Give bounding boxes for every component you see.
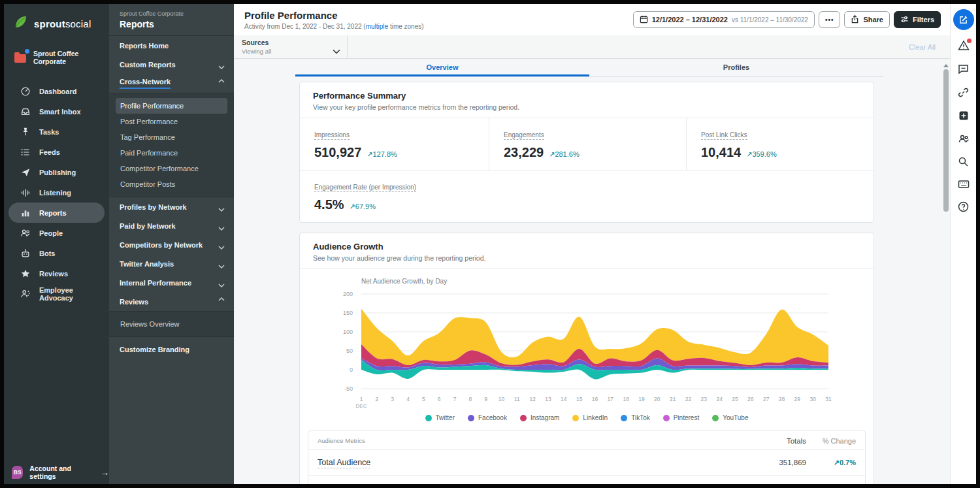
- chevron-down-icon: [218, 63, 225, 67]
- legend-label: Pinterest: [674, 414, 699, 421]
- workspace-folder-icon: [13, 52, 27, 63]
- nav-reports-home[interactable]: Reports Home: [109, 36, 234, 55]
- svg-text:19: 19: [638, 396, 645, 402]
- quick-add-button[interactable]: [958, 110, 969, 123]
- nav-competitor-posts[interactable]: Competitor Posts: [116, 176, 227, 192]
- nav-reviews-group[interactable]: Reviews: [109, 292, 234, 311]
- paper-plane-icon: [20, 167, 31, 178]
- report-content: Overview Profiles Performance Summary Vi…: [234, 59, 950, 484]
- legend-item-youtube[interactable]: YouTube: [712, 414, 748, 421]
- metric-value: 510,927: [314, 145, 361, 160]
- table-row-total-audience[interactable]: Total Audience 351,869 ↗0.7%: [308, 449, 865, 475]
- nav-customize-branding[interactable]: Customize Branding: [109, 340, 234, 359]
- feedback-button[interactable]: [958, 63, 969, 77]
- svg-text:13: 13: [545, 396, 551, 402]
- sidebar-item-bots[interactable]: Bots: [8, 243, 105, 263]
- legend-dot: [468, 415, 474, 421]
- content-scrollbar[interactable]: [943, 64, 949, 484]
- legend-dot: [663, 415, 670, 421]
- search-icon: [958, 156, 969, 170]
- sidebar-item-dashboard[interactable]: Dashboard: [8, 81, 105, 101]
- copy-link-button[interactable]: [958, 87, 969, 101]
- svg-text:7: 7: [453, 396, 457, 402]
- sprout-leaf-icon: [13, 14, 29, 33]
- metric-label[interactable]: Post Link Clicks: [701, 131, 747, 140]
- sidebar-item-publishing[interactable]: Publishing: [8, 162, 105, 182]
- legend-item-twitter[interactable]: Twitter: [425, 414, 455, 421]
- nav-competitor-performance[interactable]: Competitor Performance: [116, 161, 227, 176]
- sidebar-item-listening[interactable]: Listening: [8, 182, 105, 203]
- metric-post-link-clicks: Post Link Clicks 10,414↗359.6%: [687, 118, 874, 170]
- legend-item-tiktok[interactable]: TikTok: [621, 414, 650, 421]
- bar-chart-icon: [20, 208, 31, 218]
- compose-button[interactable]: [953, 9, 974, 30]
- nav-post-performance[interactable]: Post Performance: [116, 114, 227, 129]
- sidebar-item-reports[interactable]: Reports: [8, 203, 105, 223]
- performance-summary-subtitle: View your key profile performance metric…: [313, 103, 860, 111]
- svg-text:25: 25: [732, 396, 738, 402]
- filters-button[interactable]: Filters: [894, 11, 941, 28]
- date-range-button[interactable]: 12/1/2022 – 12/31/2022 vs 11/1/2022 – 11…: [633, 11, 815, 28]
- audience-growth-card: Audience Growth See how your audience gr…: [299, 233, 874, 484]
- legend-item-linkedin[interactable]: LinkedIn: [572, 414, 608, 421]
- table-row-total-net-audience-growth[interactable]: Total Net Audience Growth 2,394 ↗12.4%: [308, 475, 865, 484]
- invite-people-button[interactable]: [958, 133, 970, 146]
- nav-internal-performance[interactable]: Internal Performance: [109, 273, 234, 292]
- tab-profiles[interactable]: Profiles: [589, 59, 883, 76]
- multiple-timezones-link[interactable]: multiple: [366, 23, 388, 30]
- more-options-button[interactable]: •••: [819, 11, 841, 28]
- nav-paid-performance[interactable]: Paid Performance: [116, 145, 227, 161]
- metric-label[interactable]: Impressions: [314, 131, 350, 140]
- share-button[interactable]: Share: [844, 11, 890, 28]
- metric-label[interactable]: Engagements: [504, 131, 544, 140]
- chevron-down-icon: [218, 243, 225, 247]
- clear-all-link[interactable]: Clear All: [909, 43, 936, 51]
- svg-text:15: 15: [576, 396, 583, 402]
- keyboard-shortcuts-button[interactable]: [958, 180, 970, 191]
- tab-overview[interactable]: Overview: [295, 59, 589, 76]
- metric-value: 10,414: [701, 145, 741, 160]
- nav-reviews-overview[interactable]: Reviews Overview: [116, 316, 227, 332]
- metric-change: ↗281.6%: [549, 150, 580, 159]
- nav-profile-performance[interactable]: Profile Performance: [116, 98, 227, 114]
- chart-legend: TwitterFacebookInstagramLinkedInTikTokPi…: [300, 414, 874, 421]
- scrollbar-thumb[interactable]: [943, 69, 949, 212]
- help-button[interactable]: [958, 201, 969, 215]
- legend-item-pinterest[interactable]: Pinterest: [663, 414, 699, 421]
- workspace-notification-dot: [25, 49, 29, 54]
- calendar-icon: [640, 15, 648, 25]
- legend-item-instagram[interactable]: Instagram: [520, 414, 559, 421]
- sidebar-item-feeds[interactable]: Feeds: [8, 142, 105, 162]
- metric-label[interactable]: Engagement Rate (per Impression): [314, 184, 416, 192]
- sidebar-item-tasks[interactable]: Tasks: [8, 122, 105, 142]
- nav-profiles-by-network[interactable]: Profiles by Network: [109, 197, 234, 216]
- nav-custom-reports[interactable]: Custom Reports: [109, 55, 234, 74]
- summary-metrics-row2: Engagement Rate (per Impression) 4.5%↗67…: [300, 170, 874, 222]
- nav-cross-network[interactable]: Cross-Network: [109, 74, 234, 93]
- alerts-button[interactable]: [958, 40, 970, 54]
- robot-icon: [20, 248, 31, 259]
- svg-text:DEC: DEC: [356, 403, 367, 409]
- svg-text:0: 0: [350, 366, 353, 373]
- user-avatar: BS: [12, 466, 23, 479]
- sidebar-item-people[interactable]: People: [8, 223, 105, 243]
- legend-item-facebook[interactable]: Facebook: [468, 414, 507, 421]
- sources-dropdown[interactable]: Sources Viewing all: [234, 35, 348, 58]
- nav-tag-performance[interactable]: Tag Performance: [116, 129, 227, 145]
- account-and-settings[interactable]: BS Account and settings →: [12, 464, 109, 480]
- search-button[interactable]: [958, 156, 969, 170]
- nav-twitter-analysis[interactable]: Twitter Analysis: [109, 254, 234, 273]
- metric-engagements: Engagements 23,229↗281.6%: [489, 118, 687, 170]
- audience-growth-subtitle: See how your audience grew during the re…: [313, 254, 860, 262]
- audience-growth-title: Audience Growth: [313, 242, 860, 252]
- sidebar-item-reviews[interactable]: Reviews: [8, 263, 105, 284]
- nav-paid-by-network[interactable]: Paid by Network: [109, 216, 234, 235]
- sidebar-item-smart-inbox[interactable]: Smart Inbox: [8, 101, 105, 122]
- brand-logo[interactable]: sproutsocial: [4, 4, 109, 33]
- nav-competitors-by-network[interactable]: Competitors by Network: [109, 235, 234, 254]
- svg-text:14: 14: [561, 396, 567, 402]
- sidebar-item-employee-advocacy[interactable]: Employee Advocacy: [8, 284, 105, 304]
- svg-text:2: 2: [375, 396, 378, 402]
- workspace-switcher[interactable]: Sprout Coffee Corporate: [4, 33, 109, 65]
- scroll-up-arrow[interactable]: [943, 64, 949, 67]
